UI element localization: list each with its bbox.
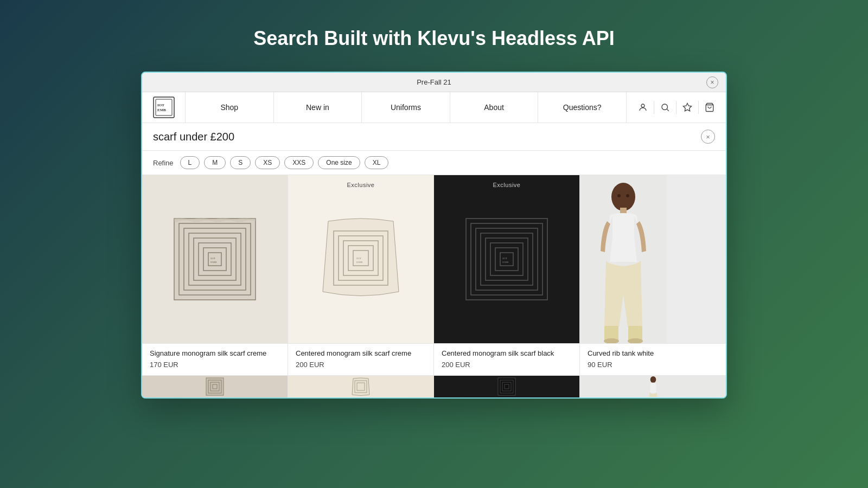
refine-bar: Refine L M S XS XXS One size XL [142, 151, 726, 175]
product-info-1: Signature monogram silk scarf creme 170 … [142, 343, 288, 375]
exclusive-badge-2: Exclusive [347, 182, 375, 188]
svg-text:IOT: IOT [356, 257, 362, 260]
refine-chip-S[interactable]: S [230, 156, 251, 169]
product-price-3: 200 EUR [442, 361, 572, 369]
svg-text:EMB: EMB [502, 261, 509, 264]
browser-close-button[interactable]: × [706, 76, 718, 88]
product-price-1: 170 EUR [150, 361, 280, 369]
svg-text:IOT: IOT [502, 257, 508, 260]
nav-divider-3 [698, 101, 699, 114]
svg-point-4 [641, 104, 644, 107]
nav-icons [627, 92, 726, 123]
product-info-4: Curved rib tank white 90 EUR [580, 343, 726, 375]
product-name-1: Signature monogram silk scarf creme [150, 349, 280, 358]
nav-links: Shop New in Uniforms About Questions? [186, 92, 627, 123]
svg-point-55 [650, 376, 656, 383]
refine-label: Refine [153, 159, 174, 167]
product-name-2: Centered monogram silk scarf creme [296, 349, 426, 358]
search-icon[interactable] [655, 98, 675, 117]
product-name-4: Curved rib tank white [588, 349, 718, 358]
nav-uniforms[interactable]: Uniforms [362, 92, 450, 123]
browser-titlebar: Pre-Fall 21 × [142, 73, 726, 92]
nav-shop[interactable]: Shop [186, 92, 274, 123]
refine-chip-M[interactable]: M [204, 156, 226, 169]
svg-text:IOT: IOT [210, 257, 216, 260]
product-card-3[interactable]: Exclusive IOT EMB Centered monogram silk… [434, 175, 580, 375]
browser-title: Pre-Fall 21 [417, 78, 451, 86]
cart-icon[interactable] [700, 98, 719, 117]
thumb-cell-4 [580, 376, 726, 397]
svg-rect-51 [498, 378, 515, 395]
product-card-2[interactable]: Exclusive IOT EMB Centered monogram silk… [288, 175, 434, 375]
product-price-2: 200 EUR [296, 361, 426, 369]
search-bar: × [142, 123, 726, 151]
product-info-2: Centered monogram silk scarf creme 200 E… [288, 343, 433, 375]
browser-window: Pre-Fall 21 × IOT EMB Shop New in Unifor… [141, 72, 727, 399]
refine-chip-XL[interactable]: XL [365, 156, 389, 169]
nav-about[interactable]: About [450, 92, 539, 123]
nav-divider-2 [676, 101, 676, 114]
svg-rect-45 [206, 378, 224, 395]
thumb-cell-1 [142, 376, 288, 397]
refine-chip-L[interactable]: L [180, 156, 200, 169]
svg-marker-7 [684, 104, 692, 111]
product-name-3: Centered monogram silk scarf black [442, 349, 572, 358]
product-thumb-row [142, 375, 726, 397]
nav-questions[interactable]: Questions? [538, 92, 627, 123]
search-input[interactable] [153, 131, 701, 143]
product-card-1[interactable]: IOT EMB Signature monogram silk scarf cr… [142, 175, 288, 375]
nav-divider-1 [654, 101, 654, 114]
product-image-3: Exclusive IOT EMB [434, 175, 579, 343]
svg-text:EMB: EMB [210, 261, 217, 264]
product-image-2: Exclusive IOT EMB [288, 175, 433, 343]
wishlist-icon[interactable] [678, 98, 697, 117]
svg-line-6 [667, 109, 668, 111]
thumb-cell-2 [288, 376, 434, 397]
product-price-4: 90 EUR [588, 361, 718, 369]
refine-chip-XXS[interactable]: XXS [284, 156, 314, 169]
svg-text:EMB: EMB [157, 108, 166, 112]
account-icon[interactable] [633, 98, 653, 117]
svg-point-5 [662, 104, 668, 110]
product-info-3: Centered monogram silk scarf black 200 E… [434, 343, 579, 375]
products-grid: IOT EMB Signature monogram silk scarf cr… [142, 175, 726, 375]
search-clear-button[interactable]: × [701, 130, 715, 144]
page-heading: Search Built with Klevu's Headless API [253, 27, 614, 50]
thumb-cell-3 [434, 376, 580, 397]
svg-text:EMB: EMB [356, 261, 363, 264]
product-image-1: IOT EMB [142, 175, 288, 343]
svg-rect-1 [156, 99, 172, 115]
brand-logo[interactable]: IOT EMB [142, 92, 186, 123]
svg-rect-0 [154, 97, 174, 118]
svg-text:IOT: IOT [157, 103, 164, 107]
svg-point-44 [626, 194, 629, 197]
svg-point-43 [617, 194, 621, 197]
nav-new-in[interactable]: New in [274, 92, 362, 123]
product-card-4[interactable]: Curved rib tank white 90 EUR [580, 175, 726, 375]
svg-point-37 [611, 183, 635, 211]
product-image-4 [580, 175, 726, 343]
exclusive-badge-3: Exclusive [493, 182, 521, 188]
nav-bar: IOT EMB Shop New in Uniforms About Quest… [142, 92, 726, 123]
refine-chip-one-size[interactable]: One size [318, 156, 360, 169]
refine-chip-XS[interactable]: XS [255, 156, 280, 169]
